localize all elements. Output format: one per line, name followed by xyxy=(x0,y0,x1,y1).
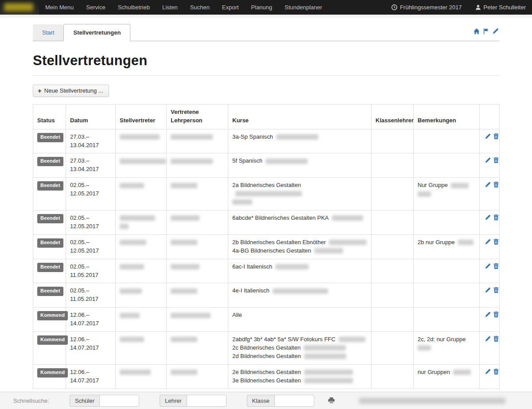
trash-icon[interactable] xyxy=(493,368,499,375)
kurse-cell: 6ac-I Italienisch xyxy=(228,259,372,283)
trash-icon[interactable] xyxy=(493,263,499,269)
schuler-search-input[interactable] xyxy=(99,395,139,407)
vertretene-lehrperson-cell xyxy=(167,364,228,389)
datum-cell: 02.05.–12.05.2017 xyxy=(66,210,116,234)
printer-icon[interactable] xyxy=(328,397,335,404)
menu-item-listen[interactable]: Listen xyxy=(156,4,184,11)
blurred-text xyxy=(171,337,197,342)
menu-item-export[interactable]: Export xyxy=(216,4,245,11)
blurred-text xyxy=(120,264,144,269)
tab-stellvertretungen[interactable]: Stellvertretungen xyxy=(63,24,130,41)
blurred-text xyxy=(332,215,363,221)
klasse-search-input[interactable] xyxy=(274,395,314,407)
datum-cell: 02.05.–12.05.2017 xyxy=(66,234,116,259)
blurred-text xyxy=(304,354,346,359)
stellvertreter-cell xyxy=(116,364,167,389)
klassenlehrer-cell xyxy=(372,283,414,308)
blurred-text xyxy=(314,248,343,253)
vertretene-lehrperson-cell xyxy=(167,234,228,259)
bemerkungen-cell: Nur Gruppe xyxy=(414,178,480,210)
bemerkungen-cell xyxy=(414,129,480,153)
table-header-row: StatusDatumStellvertreterVertretene Lehr… xyxy=(33,105,500,129)
blurred-text xyxy=(120,313,140,318)
status-badge: Kommend xyxy=(37,311,68,320)
app-logo[interactable] xyxy=(0,0,39,15)
pencil-icon[interactable] xyxy=(485,133,491,140)
menu-item-planung[interactable]: Planung xyxy=(245,4,278,11)
blurred-text xyxy=(120,183,144,188)
pencil-icon[interactable] xyxy=(485,287,491,293)
pencil-icon[interactable] xyxy=(485,311,491,318)
datum-cell: 27.03.–13.04.2017 xyxy=(66,129,116,153)
trash-icon[interactable] xyxy=(493,238,499,245)
pencil-icon[interactable] xyxy=(492,27,499,35)
kurse-cell: 5f Spanisch xyxy=(228,153,372,178)
pencil-icon[interactable] xyxy=(485,157,491,164)
quick-search-label: Schnellsuche: xyxy=(13,397,49,404)
lehrer-search-input[interactable] xyxy=(187,395,227,407)
klassenlehrer-cell xyxy=(372,308,414,332)
bemerkungen-cell xyxy=(414,308,480,332)
bemerkungen-cell xyxy=(414,210,480,234)
blurred-text xyxy=(120,215,155,221)
pencil-icon[interactable] xyxy=(485,263,491,269)
menu-item-service[interactable]: Service xyxy=(80,4,111,11)
pencil-icon[interactable] xyxy=(485,214,491,221)
menu-item-mein-menu[interactable]: Mein Menu xyxy=(39,4,80,11)
status-badge: Beendet xyxy=(37,214,63,223)
pencil-icon[interactable] xyxy=(485,335,491,342)
blurred-text xyxy=(453,370,471,375)
blurred-text xyxy=(120,288,142,294)
kurse-cell: 6abcde* Bildnerisches Gestalten PKA xyxy=(228,210,372,234)
home-icon[interactable] xyxy=(473,28,480,35)
tab-start[interactable]: Start xyxy=(33,24,63,41)
stellvertreter-cell xyxy=(116,259,167,283)
blurred-text xyxy=(329,240,367,245)
klassenlehrer-cell xyxy=(372,364,414,389)
quick-search-group-schuler: Schüler xyxy=(70,395,139,407)
column-header-stellvertreter: Stellvertreter xyxy=(116,105,167,129)
menu-item-suchen[interactable]: Suchen xyxy=(184,4,216,11)
trash-icon[interactable] xyxy=(493,335,499,342)
trash-icon[interactable] xyxy=(493,311,499,318)
kurse-cell: Alle xyxy=(228,308,372,332)
bemerkungen-cell xyxy=(414,259,480,283)
flag-icon[interactable] xyxy=(483,28,489,35)
blurred-text xyxy=(171,313,211,318)
pencil-icon[interactable] xyxy=(485,181,491,188)
klassenlehrer-cell xyxy=(372,153,414,178)
bemerkungen-cell: nur Gruppen xyxy=(414,364,480,389)
column-header-vertretene-lehrperson: Vertretene Lehrperson xyxy=(167,105,228,129)
bemerkungen-cell: 2b nur Gruppe xyxy=(414,234,480,259)
clock-icon xyxy=(391,4,397,10)
blurred-text xyxy=(418,191,431,197)
pencil-icon[interactable] xyxy=(485,238,491,245)
table-row: Kommend12.06.–14.07.20172e Bildnerisches… xyxy=(33,364,500,389)
user-menu[interactable]: Peter Schulleiter xyxy=(475,4,526,11)
datum-cell: 27.03.–13.04.2017 xyxy=(66,153,116,178)
blurred-text xyxy=(451,183,469,188)
datum-cell: 02.05.–12.05.2017 xyxy=(66,178,116,210)
menu-item-schulbetrieb[interactable]: Schulbetrieb xyxy=(112,4,156,11)
semester-label: Frühlingssemester 2017 xyxy=(400,4,462,11)
trash-icon[interactable] xyxy=(493,287,499,293)
stellvertreter-cell xyxy=(116,331,167,364)
vertretene-lehrperson-cell xyxy=(167,129,228,153)
pencil-icon[interactable] xyxy=(485,368,491,375)
top-navbar: Mein MenuServiceSchulbetriebListenSuchen… xyxy=(0,0,532,15)
trash-icon[interactable] xyxy=(493,214,499,221)
stellvertreter-cell xyxy=(116,308,167,332)
menu-item-stundenplaner[interactable]: Stundenplaner xyxy=(278,4,329,11)
blurred-text xyxy=(120,224,129,229)
status-cell: Beendet xyxy=(33,153,66,178)
kurse-cell: 2e Bildnerisches Gestalten3e Bildnerisch… xyxy=(228,364,372,389)
nav-bottom-strip xyxy=(0,15,532,18)
blurred-text xyxy=(266,159,308,164)
trash-icon[interactable] xyxy=(493,181,499,188)
trash-icon[interactable] xyxy=(493,157,499,164)
trash-icon[interactable] xyxy=(493,133,499,140)
user-icon xyxy=(475,4,481,10)
column-header-klassenlehrer: Klassenlehrer xyxy=(372,105,414,129)
status-cell: Beendet xyxy=(33,178,66,210)
new-substitution-button[interactable]: + Neue Stellvertretung ... xyxy=(33,85,109,97)
